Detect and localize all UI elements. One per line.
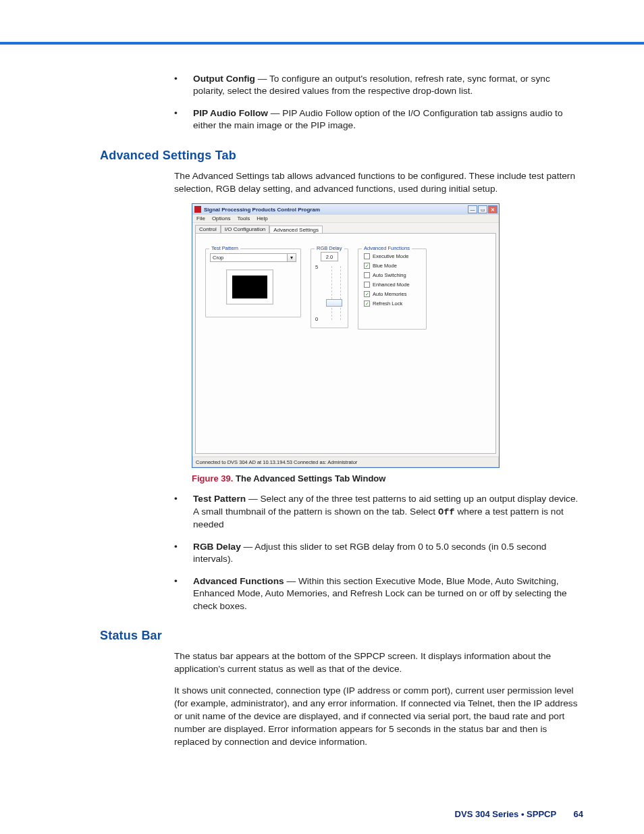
figure-number: Figure 39. — [192, 473, 233, 484]
chevron-down-icon: ▾ — [287, 254, 296, 261]
rgb-delay-value: 2.0 — [321, 252, 338, 261]
menu-file[interactable]: File — [196, 215, 205, 221]
term: Test Pattern — [193, 494, 246, 504]
statusbar-p2: It shows unit connected, connection type… — [174, 684, 583, 749]
bullet-text: — Adjust this slider to set RGB delay fr… — [193, 542, 546, 564]
test-pattern-select[interactable]: Crop ▾ — [210, 253, 296, 262]
bullet-advanced-functions: • Advanced Functions — Within this secti… — [174, 575, 583, 613]
menu-help[interactable]: Help — [257, 215, 267, 221]
app-window: Signal Processing Products Control Progr… — [192, 203, 500, 468]
checkbox-label: Refresh Lock — [373, 301, 402, 307]
term: PIP Audio Follow — [193, 108, 268, 118]
group-advanced-functions: Advanced Functions Executive Mode ✓Blue … — [358, 249, 427, 330]
combo-value: Crop — [213, 255, 223, 261]
statusbar-p1: The status bar appears at the bottom of … — [174, 650, 583, 675]
heading-advanced-settings: Advanced Settings Tab — [100, 149, 583, 163]
app-icon — [194, 206, 201, 213]
rgb-slider-track[interactable] — [331, 266, 341, 320]
checkbox-auto-memories[interactable]: ✓ — [364, 291, 370, 297]
group-legend: Advanced Functions — [362, 245, 412, 251]
term: Output Config — [193, 74, 255, 84]
test-pattern-thumbnail — [226, 269, 273, 305]
rgb-min-label: 0 — [315, 316, 318, 322]
maximize-button[interactable]: ▭ — [478, 205, 487, 213]
tab-io-configuration[interactable]: I/O Configuration — [221, 225, 269, 233]
group-rgb-delay: RGB Delay 2.0 5 0 — [311, 249, 348, 328]
group-legend: RGB Delay — [315, 245, 344, 251]
group-test-pattern: Test Pattern Crop ▾ — [205, 249, 301, 317]
checkbox-label: Enhanced Mode — [373, 282, 410, 288]
window-title: Signal Processing Products Control Progr… — [204, 207, 468, 213]
checkbox-blue-mode[interactable]: ✓ — [364, 263, 370, 269]
heading-status-bar: Status Bar — [100, 629, 583, 643]
checkbox-executive-mode[interactable] — [364, 253, 370, 259]
figure-title: The Advanced Settings Tab Window — [236, 473, 385, 484]
bullet-rgb-delay: • RGB Delay — Adjust this slider to set … — [174, 541, 583, 566]
checkbox-label: Blue Mode — [373, 263, 397, 269]
footer-section: DVS 304 Series • SPPCP — [455, 809, 556, 819]
mono-text: Off — [438, 507, 455, 517]
checkbox-enhanced-mode[interactable] — [364, 282, 370, 288]
checkbox-refresh-lock[interactable]: ✓ — [364, 301, 370, 307]
checkbox-label: Auto Memories — [373, 292, 406, 297]
term: RGB Delay — [193, 542, 241, 552]
menu-tools[interactable]: Tools — [237, 215, 250, 221]
checkbox-label: Auto Switching — [373, 273, 406, 278]
bullet-test-pattern: • Test Pattern — Select any of the three… — [174, 493, 583, 531]
menu-options[interactable]: Options — [212, 215, 231, 221]
rgb-slider-handle[interactable] — [326, 299, 342, 307]
page-number: 64 — [574, 809, 583, 819]
tab-control[interactable]: Control — [195, 225, 221, 233]
term: Advanced Functions — [193, 576, 284, 586]
bullet-output-config: • Output Config — To configure an output… — [174, 73, 583, 98]
advanced-intro: The Advanced Settings tab allows advance… — [174, 170, 583, 195]
minimize-button[interactable]: — — [468, 205, 477, 213]
bullet-pip-audio-follow: • PIP Audio Follow — PIP Audio Follow op… — [174, 107, 583, 132]
close-button[interactable]: ✕ — [488, 205, 498, 213]
group-legend: Test Pattern — [209, 245, 240, 251]
checkbox-auto-switching[interactable] — [364, 272, 370, 278]
rgb-max-label: 5 — [315, 264, 318, 270]
status-bar: Connected to DVS 304 AD at 10.13.194.53 … — [192, 457, 499, 467]
checkbox-label: Executive Mode — [373, 254, 408, 259]
